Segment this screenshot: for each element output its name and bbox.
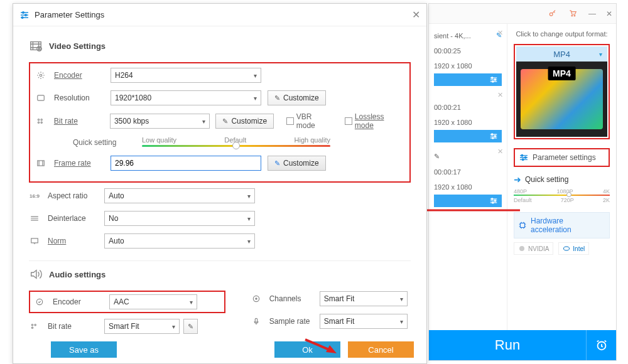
bitrate-customize-button[interactable]: ✎Customize xyxy=(215,114,274,129)
svg-rect-32 xyxy=(38,161,45,166)
lossless-checkbox[interactable]: Lossless mode xyxy=(345,112,404,130)
output-format-label: Click to change output format: xyxy=(514,30,610,38)
svg-point-11 xyxy=(492,202,494,203)
queue-duration: 00:00:17 xyxy=(434,168,502,176)
sliders-icon xyxy=(489,197,498,205)
sample-label: Sample rate xyxy=(269,317,320,326)
schedule-button[interactable] xyxy=(586,330,616,360)
queue-resolution: 1920 x 1080 xyxy=(434,119,502,126)
vbr-checkbox[interactable]: VBR mode xyxy=(286,112,332,130)
side-panel: Click to change output format: MP4 MP4 P… xyxy=(507,24,616,330)
encoder-label: Encoder xyxy=(54,71,111,80)
edit-title-icon[interactable]: ✎ xyxy=(434,153,502,161)
queue-edit-bar[interactable] xyxy=(434,195,502,207)
svg-point-1 xyxy=(571,15,573,16)
output-format-card[interactable]: MP4 MP4 xyxy=(514,44,610,139)
sample-select[interactable]: Smart Fit xyxy=(320,314,408,329)
svg-rect-33 xyxy=(31,238,38,243)
aspect-select[interactable]: Auto xyxy=(104,188,255,203)
dialog-title: Parameter Settings xyxy=(35,10,104,19)
video-section-title: Video Settings xyxy=(49,41,106,51)
queue-resolution: 1920 x 1080 xyxy=(434,62,502,70)
svg-point-37 xyxy=(31,327,33,328)
cart-icon[interactable] xyxy=(568,9,578,19)
video-section-header: Video Settings xyxy=(29,39,411,53)
audio-bitrate-select[interactable]: Smart Fit xyxy=(104,319,180,334)
pencil-icon: ✎ xyxy=(274,159,280,168)
sliders-icon xyxy=(489,76,498,83)
framerate-customize-button[interactable]: ✎Customize xyxy=(268,156,326,171)
arrow-right-icon: ➜ xyxy=(514,174,521,185)
svg-point-8 xyxy=(492,137,494,139)
save-as-button[interactable]: Save as xyxy=(51,341,117,358)
queue-item[interactable]: ✕ ✎ 00:00:17 1920 x 1080 xyxy=(429,146,507,211)
chip-icon xyxy=(518,221,527,230)
ok-button[interactable]: Ok xyxy=(274,341,340,358)
format-badge: MP4 xyxy=(548,67,576,80)
vendor-intel[interactable]: Intel xyxy=(558,242,589,255)
channels-label: Channels xyxy=(269,294,320,303)
resolution-select[interactable]: 1920*1080 xyxy=(111,90,261,105)
slider-thumb[interactable] xyxy=(232,142,240,149)
audio-encoder-select[interactable]: AAC xyxy=(109,294,197,309)
svg-point-23 xyxy=(21,16,23,18)
queue-resolution: 1920 x 1080 xyxy=(434,183,502,191)
framerate-icon xyxy=(35,159,46,168)
framerate-input[interactable] xyxy=(111,156,261,171)
vendor-row: NVIDIA Intel xyxy=(514,242,610,255)
quick-setting-slider[interactable] xyxy=(514,195,610,196)
vendor-nvidia[interactable]: NVIDIA xyxy=(514,242,553,255)
run-button[interactable]: Run xyxy=(429,330,586,360)
output-format-thumb: MP4 xyxy=(516,62,607,137)
bitrate-select[interactable]: 3500 kbps xyxy=(110,114,210,129)
key-icon[interactable] xyxy=(548,9,558,19)
svg-rect-15 xyxy=(521,223,525,228)
video-encoder-select[interactable]: H264 xyxy=(111,68,261,83)
app-topbar: — ✕ xyxy=(429,4,616,24)
remove-item-icon[interactable]: ✕ xyxy=(497,91,503,99)
main-app-window: — ✕ sient - 4K,... ✎ ✕ 00:00:25 1920 x 1… xyxy=(428,3,617,361)
resolution-customize-button[interactable]: ✎Customize xyxy=(268,90,326,105)
output-format-select[interactable]: MP4 xyxy=(516,46,607,62)
side-quick-setting: ➜ Quick setting 480P 1080P 4K Default 72… xyxy=(514,174,610,203)
sliders-icon xyxy=(489,132,498,140)
framerate-label: Frame rate xyxy=(54,159,111,168)
svg-point-5 xyxy=(492,81,494,82)
svg-point-2 xyxy=(574,15,575,16)
minimize-icon[interactable]: — xyxy=(588,9,596,18)
bitrate-label: Bit rate xyxy=(54,117,110,126)
queue-item[interactable]: sient - 4K,... ✎ ✕ 00:00:25 1920 x 1080 xyxy=(429,28,507,90)
audio-bitrate-edit-button[interactable]: ✎ xyxy=(183,319,198,334)
settings-icon xyxy=(19,10,30,20)
parameter-settings-button[interactable]: Parameter settings xyxy=(514,148,610,167)
slider-thumb[interactable] xyxy=(566,192,571,197)
queue-item[interactable]: ✕ 00:00:21 1920 x 1080 xyxy=(429,90,507,146)
queue-edit-bar[interactable] xyxy=(434,130,502,142)
deinterlace-icon xyxy=(29,214,40,223)
audio-encoder-label: Encoder xyxy=(53,297,109,306)
remove-item-icon[interactable]: ✕ xyxy=(497,29,503,37)
cancel-button[interactable]: Cancel xyxy=(348,341,414,358)
hardware-accel-button[interactable]: Hardware acceleration xyxy=(514,212,610,238)
norm-select[interactable]: Auto xyxy=(104,233,255,249)
hardware-accel-label: Hardware acceleration xyxy=(531,217,605,234)
svg-point-13 xyxy=(524,157,526,159)
quick-setting-label: Quick setting xyxy=(73,138,142,147)
channels-select[interactable]: Smart Fit xyxy=(320,291,408,306)
remove-item-icon[interactable]: ✕ xyxy=(497,147,503,156)
queue-duration: 00:00:21 xyxy=(434,104,502,111)
queue-edit-bar[interactable] xyxy=(434,73,502,86)
app-close-icon[interactable]: ✕ xyxy=(606,9,612,18)
video-quality-slider[interactable]: Low quality Default High quality xyxy=(142,136,330,149)
audio-section-header: Audio settings xyxy=(29,267,411,281)
aspect-label: Aspect ratio xyxy=(48,191,104,200)
bitrate-icon xyxy=(29,322,40,331)
dialog-close-icon[interactable]: ✕ xyxy=(412,9,420,21)
parameter-settings-label: Parameter settings xyxy=(533,153,596,162)
highlighted-video-params: Encoder H264 Resolution 1920*1080 ✎Custo… xyxy=(29,62,411,183)
svg-point-17 xyxy=(564,247,570,250)
queue-title: sient - 4K,... xyxy=(434,32,471,40)
audio-encoder-icon xyxy=(34,297,45,306)
deinterlace-select[interactable]: No xyxy=(104,211,255,226)
svg-point-10 xyxy=(494,200,495,201)
